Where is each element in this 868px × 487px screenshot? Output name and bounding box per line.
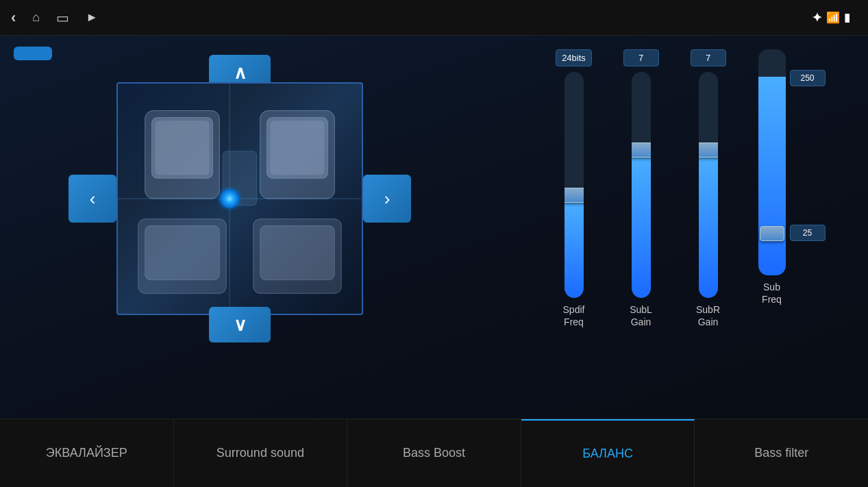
arrow-down-button[interactable]: ∨ xyxy=(209,307,271,342)
center-button[interactable] xyxy=(14,47,52,60)
slider-track-subfreq[interactable] xyxy=(758,49,786,275)
slider-col-subr: 7SubRGain xyxy=(678,49,739,328)
slider-handle-spdif[interactable] xyxy=(565,188,584,203)
svg-rect-4 xyxy=(155,121,209,175)
arrow-right-button[interactable]: › xyxy=(363,175,411,223)
slider-label-spdif: SpdifFreq xyxy=(563,303,585,328)
slider-label-subfreq: SubFreq xyxy=(762,281,782,305)
nav-item-surround[interactable]: Surround sound xyxy=(174,419,348,487)
status-right: ✦ 📶 ▮ xyxy=(812,10,857,25)
slider-track-subl[interactable] xyxy=(632,72,651,298)
svg-rect-9 xyxy=(145,226,220,280)
nav-item-bassboost[interactable]: Bass Boost xyxy=(347,419,521,487)
slider-col-subl: 7SubLGain xyxy=(610,49,672,328)
slider-track-wrap-subl xyxy=(632,72,651,298)
slider-track-wrap-subr xyxy=(699,72,718,298)
car-visual xyxy=(116,82,363,315)
slider-track-wrap-subfreq: 25025 xyxy=(758,49,786,275)
svg-point-13 xyxy=(220,189,239,208)
slider-fill-subr xyxy=(699,158,718,298)
balance-panel: ∧ xyxy=(0,36,480,419)
slider-handle-subl[interactable] xyxy=(632,142,651,158)
right-panel: 24bitsSpdifFreq7SubLGain7SubRGain25025Su… xyxy=(480,36,868,419)
main-content: ∧ xyxy=(0,36,868,419)
slider-track-spdif[interactable] xyxy=(565,72,584,298)
arrow-down-icon: ∨ xyxy=(234,314,247,336)
balance-area: ∧ xyxy=(110,55,370,342)
slider-track-subr[interactable] xyxy=(699,72,718,298)
status-bar: ‹ ⌂ ▭ ► ✦ 📶 ▮ xyxy=(0,0,868,36)
car-seats-svg xyxy=(118,84,362,314)
bluetooth-icon: ✦ xyxy=(812,10,822,25)
slider-badge-subr: 7 xyxy=(691,49,726,66)
slider-badge-subl: 7 xyxy=(623,49,659,66)
svg-rect-7 xyxy=(270,121,324,175)
slider-col-spdif: 24bitsSpdifFreq xyxy=(543,49,605,328)
wifi-icon: 📶 xyxy=(826,11,840,24)
slider-handle-subr[interactable] xyxy=(699,142,718,158)
svg-rect-11 xyxy=(260,226,335,280)
battery-icon: ▮ xyxy=(844,11,850,24)
slider-label-subr: SubRGain xyxy=(696,303,720,328)
slider-badge-spdif: 24bits xyxy=(556,49,592,66)
nav-item-bassfilter[interactable]: Bass filter xyxy=(695,419,868,487)
slider-fill-subl xyxy=(632,158,651,298)
slider-badge-top-subfreq: 250 xyxy=(790,70,826,86)
slider-fill-spdif xyxy=(565,203,584,298)
back-icon[interactable]: ‹ xyxy=(11,9,16,27)
arrow-right-icon: › xyxy=(384,188,390,210)
home-icon[interactable]: ⌂ xyxy=(32,10,40,25)
arrow-left-icon: ‹ xyxy=(90,188,96,210)
nav-icons: ‹ ⌂ ▭ ► xyxy=(11,9,98,27)
slider-track-wrap-spdif xyxy=(565,72,584,298)
slider-fill-subfreq xyxy=(758,77,786,275)
sliders-container: 24bitsSpdifFreq7SubLGain7SubRGain25025Su… xyxy=(485,49,857,408)
slider-col-subfreq: 25025SubFreq xyxy=(745,49,799,305)
slider-handle-subfreq[interactable] xyxy=(760,226,784,241)
arrow-up-icon: ∧ xyxy=(234,62,247,84)
slider-label-subl: SubLGain xyxy=(630,303,652,328)
menu-icon[interactable]: ▭ xyxy=(56,10,69,26)
bottom-nav: ЭКВАЛАЙЗЕРSurround soundBass BoostБАЛАНС… xyxy=(0,419,868,487)
nav-item-balance[interactable]: БАЛАНС xyxy=(521,419,695,487)
slider-badge-bottom-subfreq: 25 xyxy=(790,225,826,241)
arrow-left-button[interactable]: ‹ xyxy=(69,175,116,223)
nav-item-equalizer[interactable]: ЭКВАЛАЙЗЕР xyxy=(0,419,174,487)
cast-icon[interactable]: ► xyxy=(86,10,98,25)
